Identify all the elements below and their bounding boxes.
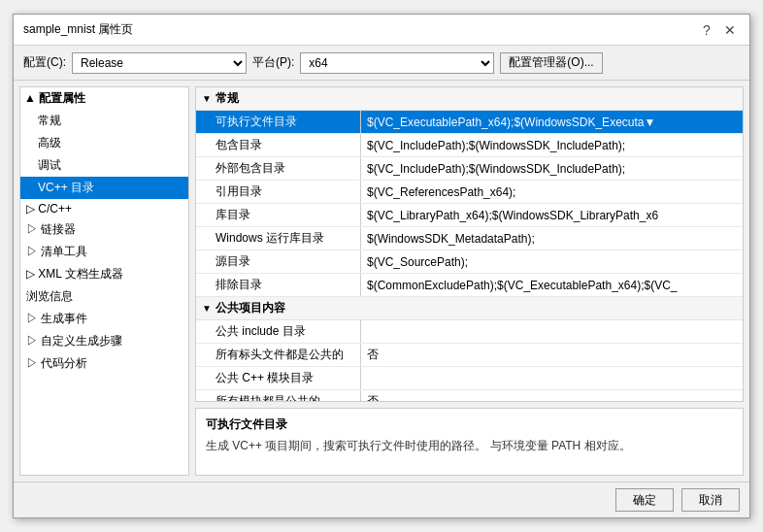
prop-row-modules-public[interactable]: 所有模块都是公共的 否	[196, 390, 743, 402]
section-general-arrow: ▼	[202, 93, 212, 104]
config-label: 配置(C):	[23, 54, 66, 71]
prop-value-include-dir: $(VC_IncludePath);$(WindowsSDK_IncludePa…	[361, 134, 743, 156]
prop-row-headers-public[interactable]: 所有标头文件都是公共的 否	[196, 344, 743, 367]
cancel-button[interactable]: 取消	[681, 488, 740, 512]
right-panel: ▼ 常规 可执行文件目录 $(VC_ExecutablePath_x64);$(…	[195, 86, 744, 476]
section-public-arrow: ▼	[202, 303, 212, 314]
sidebar-item-general[interactable]: 常规	[20, 110, 188, 132]
prop-row-win-lib-dir[interactable]: Windows 运行库目录 $(WindowsSDK_MetadataPath)…	[196, 227, 743, 250]
sidebar-item-code-analysis[interactable]: ▷ 代码分析	[20, 352, 188, 375]
section-general-label: 常规	[216, 90, 239, 107]
prop-value-headers-public: 否	[361, 344, 743, 366]
prop-row-pub-cpp-modules[interactable]: 公共 C++ 模块目录	[196, 367, 743, 390]
prop-value-extern-include: $(VC_IncludePath);$(WindowsSDK_IncludePa…	[361, 157, 743, 180]
prop-name-include-dir: 包含目录	[196, 134, 361, 156]
sidebar-item-vc-dirs[interactable]: VC++ 目录	[20, 177, 188, 199]
close-button[interactable]: ✕	[720, 20, 740, 40]
prop-name-lib-dir: 库目录	[196, 204, 361, 226]
config-select[interactable]: Release	[72, 52, 247, 74]
platform-label: 平台(P):	[252, 54, 294, 71]
prop-value-modules-public: 否	[361, 390, 743, 402]
sidebar-item-advanced[interactable]: 高级	[20, 132, 188, 154]
prop-name-win-lib-dir: Windows 运行库目录	[196, 227, 361, 249]
sidebar-item-build-events[interactable]: ▷ 生成事件	[20, 308, 188, 330]
prop-name-pub-cpp-modules: 公共 C++ 模块目录	[196, 367, 361, 389]
properties-dialog: sample_mnist 属性页 ? ✕ 配置(C): Release 平台(P…	[13, 14, 750, 518]
config-bar: 配置(C): Release 平台(P): x64 配置管理器(O)...	[14, 46, 749, 81]
prop-name-headers-public: 所有标头文件都是公共的	[196, 344, 361, 366]
prop-row-excl-dir[interactable]: 排除目录 $(CommonExcludePath);$(VC_Executabl…	[196, 274, 743, 297]
description-title: 可执行文件目录	[206, 416, 733, 433]
prop-name-excl-dir: 排除目录	[196, 274, 361, 296]
sidebar-item-custom-build[interactable]: ▷ 自定义生成步骤	[20, 330, 188, 352]
dialog-title: sample_mnist 属性页	[23, 21, 133, 38]
sidebar-item-browse-info[interactable]: 浏览信息	[20, 285, 188, 308]
prop-value-ref-dir: $(VC_ReferencesPath_x64);	[361, 181, 743, 203]
prop-value-src-dir: $(VC_SourcePath);	[361, 250, 743, 273]
prop-name-pub-include: 公共 include 目录	[196, 320, 361, 343]
sidebar-item-linker[interactable]: ▷ 链接器	[20, 218, 188, 241]
section-general-header[interactable]: ▼ 常规	[196, 87, 743, 111]
platform-select[interactable]: x64	[300, 52, 494, 74]
prop-row-include-dir[interactable]: 包含目录 $(VC_IncludePath);$(WindowsSDK_Incl…	[196, 134, 743, 157]
sidebar: ▲ 配置属性 常规 高级 调试 VC++ 目录 ▷ C/C++ ▷ 链接器 ▷ …	[19, 86, 189, 476]
prop-row-extern-include[interactable]: 外部包含目录 $(VC_IncludePath);$(WindowsSDK_In…	[196, 157, 743, 181]
description-text: 生成 VC++ 项目期间，搜索可执行文件时使用的路径。 与环境变量 PATH 相…	[206, 437, 733, 454]
prop-row-exec-dir[interactable]: 可执行文件目录 $(VC_ExecutablePath_x64);$(Windo…	[196, 111, 743, 134]
config-manager-button[interactable]: 配置管理器(O)...	[500, 52, 602, 74]
prop-value-pub-cpp-modules	[361, 367, 743, 389]
sidebar-item-debug[interactable]: 调试	[20, 154, 188, 177]
title-buttons: ? ✕	[697, 20, 740, 40]
prop-value-win-lib-dir: $(WindowsSDK_MetadataPath);	[361, 227, 743, 249]
prop-name-ref-dir: 引用目录	[196, 181, 361, 203]
prop-value-lib-dir: $(VC_LibraryPath_x64);$(WindowsSDK_Libra…	[361, 204, 743, 226]
prop-value-excl-dir: $(CommonExcludePath);$(VC_ExecutablePath…	[361, 274, 743, 296]
title-bar: sample_mnist 属性页 ? ✕	[14, 15, 749, 46]
sidebar-item-config-props[interactable]: ▲ 配置属性	[20, 87, 188, 110]
sidebar-item-manifest-tool[interactable]: ▷ 清单工具	[20, 241, 188, 263]
footer: 确定 取消	[14, 482, 749, 517]
prop-row-src-dir[interactable]: 源目录 $(VC_SourcePath);	[196, 250, 743, 274]
main-content: ▲ 配置属性 常规 高级 调试 VC++ 目录 ▷ C/C++ ▷ 链接器 ▷ …	[14, 81, 749, 482]
prop-value-exec-dir: $(VC_ExecutablePath_x64);$(WindowsSDK_Ex…	[361, 111, 743, 133]
prop-value-pub-include	[361, 320, 743, 343]
properties-table: ▼ 常规 可执行文件目录 $(VC_ExecutablePath_x64);$(…	[195, 86, 744, 402]
prop-name-modules-public: 所有模块都是公共的	[196, 390, 361, 402]
description-area: 可执行文件目录 生成 VC++ 项目期间，搜索可执行文件时使用的路径。 与环境变…	[195, 408, 744, 476]
prop-row-ref-dir[interactable]: 引用目录 $(VC_ReferencesPath_x64);	[196, 181, 743, 204]
sidebar-item-xml-gen[interactable]: ▷ XML 文档生成器	[20, 263, 188, 285]
section-public-label: 公共项目内容	[216, 300, 285, 316]
help-button[interactable]: ?	[697, 20, 716, 40]
section-public-header[interactable]: ▼ 公共项目内容	[196, 297, 743, 320]
prop-name-extern-include: 外部包含目录	[196, 157, 361, 180]
ok-button[interactable]: 确定	[615, 488, 674, 512]
prop-name-src-dir: 源目录	[196, 250, 361, 273]
prop-row-lib-dir[interactable]: 库目录 $(VC_LibraryPath_x64);$(WindowsSDK_L…	[196, 204, 743, 227]
prop-name-exec-dir: 可执行文件目录	[196, 111, 361, 133]
prop-row-pub-include[interactable]: 公共 include 目录	[196, 320, 743, 344]
sidebar-item-cpp[interactable]: ▷ C/C++	[20, 199, 188, 218]
